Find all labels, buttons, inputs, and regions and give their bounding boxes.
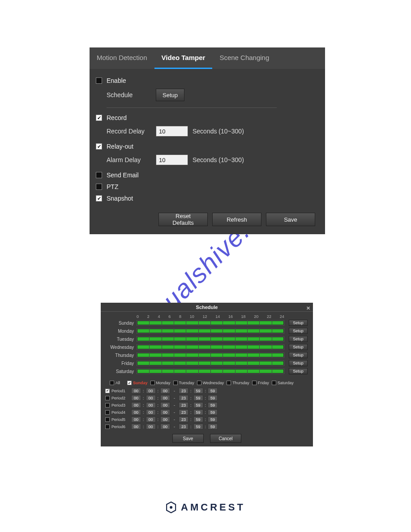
time-cell[interactable]: 00 — [146, 388, 156, 394]
time-cell[interactable]: 00 — [131, 424, 141, 429]
colon: : — [143, 410, 144, 415]
dow-checkbox[interactable] — [197, 381, 201, 385]
schedule-bar[interactable] — [137, 336, 284, 342]
all-label: All — [116, 381, 120, 385]
schedule-save-button[interactable]: Save — [172, 434, 204, 443]
snapshot-checkbox[interactable] — [96, 195, 102, 202]
tab-video-tamper[interactable]: Video Tamper — [154, 47, 213, 69]
dow-checkbox[interactable] — [227, 381, 231, 385]
schedule-cancel-button[interactable]: Cancel — [210, 434, 241, 443]
schedule-day-row: ThursdaySetup — [105, 352, 308, 358]
day-name-label: Friday — [105, 361, 137, 366]
time-cell[interactable]: 59 — [208, 416, 218, 422]
time-cell[interactable]: 23 — [179, 409, 188, 415]
day-setup-button[interactable]: Setup — [289, 360, 308, 366]
time-cell[interactable]: 23 — [179, 395, 188, 401]
time-cell[interactable]: 59 — [193, 402, 203, 408]
refresh-button[interactable]: Refresh — [212, 213, 261, 226]
time-cell[interactable]: 00 — [146, 409, 156, 415]
hour-tick: 20 — [254, 314, 258, 319]
time-cell[interactable]: 23 — [179, 416, 188, 422]
dow-checkbox[interactable] — [173, 381, 178, 385]
time-cell[interactable]: 00 — [131, 395, 141, 401]
time-cell[interactable]: 59 — [208, 388, 218, 394]
schedule-setup-button[interactable]: Setup — [156, 89, 184, 101]
day-setup-button[interactable]: Setup — [289, 328, 308, 334]
period-checkbox[interactable] — [105, 396, 110, 400]
time-cell[interactable]: 00 — [131, 416, 141, 422]
schedule-bar[interactable] — [137, 344, 284, 350]
all-checkbox[interactable] — [110, 381, 114, 385]
schedule-bar[interactable] — [137, 360, 284, 366]
colon: : — [205, 410, 206, 415]
time-cell[interactable]: 23 — [179, 388, 188, 394]
enable-checkbox[interactable] — [96, 77, 102, 84]
time-cell[interactable]: 59 — [208, 409, 218, 415]
schedule-bar[interactable] — [137, 320, 284, 326]
reset-defaults-button[interactable]: Reset Defaults — [158, 213, 208, 226]
dow-item: Monday — [150, 381, 171, 385]
time-cell[interactable]: 59 — [193, 416, 203, 422]
dow-checkbox[interactable] — [252, 381, 257, 385]
period-checkbox[interactable] — [105, 403, 110, 408]
time-cell[interactable]: 23 — [179, 424, 188, 429]
send-email-checkbox[interactable] — [96, 172, 102, 178]
time-cell[interactable]: 59 — [193, 395, 203, 401]
time-cell[interactable]: 00 — [160, 424, 170, 429]
time-cell[interactable]: 59 — [193, 409, 203, 415]
period-name-label: Period4 — [111, 410, 129, 415]
close-icon[interactable]: ✕ — [306, 304, 310, 313]
record-checkbox[interactable] — [96, 115, 102, 121]
period-checkbox[interactable] — [105, 425, 110, 429]
tab-scene-changing[interactable]: Scene Changing — [212, 47, 276, 69]
time-cell[interactable]: 59 — [193, 424, 203, 429]
time-cell[interactable]: 00 — [160, 402, 170, 408]
record-delay-input[interactable] — [156, 126, 188, 137]
time-cell[interactable]: 59 — [208, 395, 218, 401]
dow-checkbox[interactable] — [150, 381, 155, 385]
enable-label: Enable — [107, 77, 126, 84]
day-name-label: Wednesday — [105, 345, 137, 350]
schedule-bar[interactable] — [137, 369, 284, 374]
time-cell[interactable]: 59 — [193, 388, 203, 394]
save-button[interactable]: Save — [266, 213, 315, 226]
colon: : — [158, 389, 159, 393]
time-cell[interactable]: 00 — [131, 388, 141, 394]
time-cell[interactable]: 00 — [146, 424, 156, 429]
time-cell[interactable]: 00 — [131, 409, 141, 415]
time-cell[interactable]: 00 — [131, 402, 141, 408]
day-setup-button[interactable]: Setup — [289, 320, 308, 326]
day-setup-button[interactable]: Setup — [289, 368, 308, 374]
dow-checkbox[interactable] — [272, 381, 276, 385]
schedule-day-row: SundaySetup — [105, 320, 308, 326]
schedule-bar[interactable] — [137, 352, 284, 358]
time-cell[interactable]: 00 — [146, 416, 156, 422]
time-cell[interactable]: 00 — [160, 388, 170, 394]
day-setup-button[interactable]: Setup — [289, 352, 308, 358]
period-row: Period400:00:00-23:59:59 — [105, 409, 313, 415]
time-cell[interactable]: 23 — [179, 402, 188, 408]
time-cell[interactable]: 00 — [146, 402, 156, 408]
colon: : — [205, 389, 206, 393]
period-checkbox[interactable] — [105, 417, 110, 422]
time-cell[interactable]: 00 — [160, 409, 170, 415]
tab-motion-detection[interactable]: Motion Detection — [90, 47, 154, 69]
alarm-delay-label: Alarm Delay — [107, 156, 156, 163]
time-cell[interactable]: 00 — [146, 395, 156, 401]
hour-tick: 12 — [202, 314, 207, 319]
period-checkbox[interactable] — [105, 389, 110, 393]
period-checkbox[interactable] — [105, 410, 110, 415]
ptz-checkbox[interactable] — [96, 184, 102, 190]
relay-out-checkbox[interactable] — [96, 143, 102, 150]
day-setup-button[interactable]: Setup — [289, 336, 308, 342]
time-cell[interactable]: 59 — [208, 424, 218, 429]
dow-checkbox[interactable] — [127, 381, 132, 385]
colon: : — [143, 425, 144, 429]
time-cell[interactable]: 00 — [160, 395, 170, 401]
schedule-bar[interactable] — [137, 328, 284, 334]
alarm-delay-input[interactable] — [156, 154, 188, 165]
time-cell[interactable]: 00 — [160, 416, 170, 422]
hour-axis: 024681012141618202224 — [137, 314, 284, 319]
time-cell[interactable]: 59 — [208, 402, 218, 408]
day-setup-button[interactable]: Setup — [289, 344, 308, 350]
